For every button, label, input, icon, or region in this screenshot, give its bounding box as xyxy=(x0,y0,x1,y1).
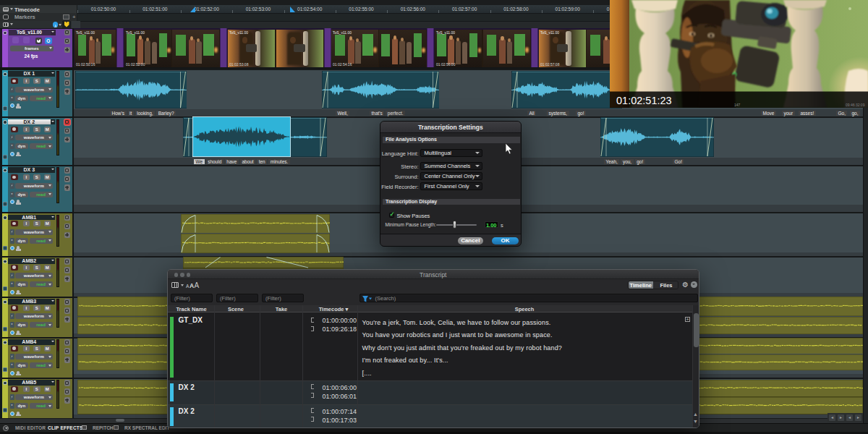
svg-text:09:46:32:09: 09:46:32:09 xyxy=(846,103,865,107)
svg-text:01:02:51:23: 01:02:51:23 xyxy=(616,95,672,106)
svg-text:147: 147 xyxy=(734,103,741,107)
